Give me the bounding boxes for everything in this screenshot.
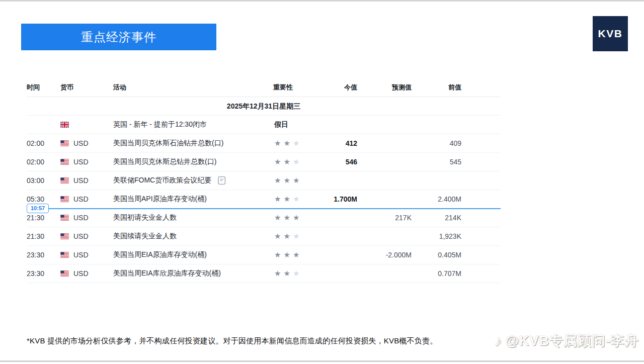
us-flag-icon — [60, 270, 69, 277]
activity-label: 美国当周贝克休斯总钻井总数(口) — [113, 157, 216, 166]
column-header-forecast: 预测值 — [357, 83, 412, 92]
activity-label: 美国当周EIA原油库存变动(桶) — [113, 250, 207, 259]
page-bottom-border — [0, 360, 644, 362]
star-icon: ★ — [283, 176, 290, 185]
event-time: 21:30 — [27, 214, 60, 222]
event-importance: ★★★ — [273, 139, 308, 148]
table-row[interactable]: 23:30USD美国当周EIA库欣原油库存变动(桶)★★★0.707M — [27, 264, 501, 283]
meeting-minutes-document-icon[interactable] — [218, 176, 226, 185]
current-time-badge: 10:57 — [27, 204, 49, 213]
star-icon: ★ — [293, 176, 299, 185]
star-icon: ★ — [274, 250, 281, 259]
star-icon: ★ — [293, 250, 299, 259]
star-icon: ★ — [283, 157, 290, 166]
star-icon: ★ — [293, 195, 299, 203]
activity-label: 美国初请失业金人数 — [113, 213, 177, 222]
star-icon: ★ — [274, 157, 281, 166]
star-icon: ★ — [283, 269, 290, 278]
star-icon: ★ — [283, 213, 290, 222]
event-activity: 美国续请失业金人数 — [113, 232, 273, 241]
music-note-logo-icon: ♪ — [494, 332, 504, 349]
star-icon: ★ — [274, 195, 281, 203]
star-icon: ★ — [274, 232, 281, 240]
column-header-activity: 活动 — [113, 83, 273, 92]
uk-flag-icon — [60, 122, 69, 128]
event-activity: 英国 - 新年 - 提前于12:30闭市 — [113, 120, 273, 129]
currency-code: USD — [73, 158, 89, 166]
event-activity: 美国当周API原油库存变动(桶) — [113, 195, 273, 204]
date-group-header: 2025年12月31日星期三 — [27, 97, 501, 116]
event-time: 02:00 — [27, 158, 60, 166]
event-importance: ★★★ — [273, 195, 308, 204]
event-time: 05:30 — [27, 195, 60, 203]
event-importance: ★★★ — [273, 176, 308, 185]
event-time: 21:30 — [27, 232, 60, 240]
us-flag-icon — [60, 233, 69, 239]
us-flag-icon — [60, 140, 69, 146]
currency-code: USD — [73, 269, 89, 278]
star-icon: ★ — [283, 139, 290, 147]
us-flag-icon — [60, 177, 69, 184]
event-activity: 美国当周贝克休斯总钻井总数(口) — [113, 157, 273, 166]
star-icon: ★ — [274, 176, 281, 185]
page-top-border — [0, 0, 644, 2]
event-time: 23:30 — [27, 269, 60, 278]
watermark: ♪ @KVB专属顾问-李舟 — [495, 332, 639, 350]
event-importance: ★★★ — [273, 213, 308, 222]
event-importance: 假日 — [273, 120, 308, 129]
event-actual-value: 546 — [308, 158, 357, 166]
table-row[interactable]: 03:00USD美联储FOMC货币政策会议纪要★★★ — [27, 171, 501, 190]
us-flag-icon — [60, 252, 69, 258]
event-forecast-value: -2.000M — [357, 251, 412, 259]
activity-label: 美国当周API原油库存变动(桶) — [113, 195, 207, 204]
table-row[interactable]: 02:00USD美国当周贝克休斯石油钻井总数(口)★★★412409 — [27, 134, 501, 153]
event-previous-value: 409 — [412, 139, 461, 147]
event-previous-value: 2.400M — [412, 195, 461, 203]
currency-code: USD — [73, 214, 89, 222]
column-header-importance: 重要性 — [273, 83, 308, 92]
star-icon: ★ — [293, 232, 299, 240]
disclaimer-text: *KVB 提供的市场分析仅供参考，并不构成任何投资建议。对于因使用本新闻信息而造… — [27, 336, 479, 346]
star-icon: ★ — [283, 195, 290, 203]
table-row[interactable]: 05:30USD美国当周API原油库存变动(桶)★★★1.700M2.400M — [27, 190, 501, 209]
table-row[interactable]: 21:30USD美国续请失业金人数★★★1,923K — [27, 227, 501, 246]
holiday-label: 假日 — [274, 120, 288, 128]
star-icon: ★ — [283, 232, 290, 240]
column-header-currency: 货币 — [60, 83, 113, 92]
event-currency — [60, 122, 113, 128]
currency-code: USD — [73, 139, 89, 147]
event-previous-value: 1,923K — [412, 232, 461, 240]
event-activity: 美国初请失业金人数 — [113, 213, 273, 222]
event-actual-value: 412 — [308, 139, 357, 147]
event-activity: 美联储FOMC货币政策会议纪要 — [113, 176, 273, 185]
table-row[interactable]: 21:30USD美国初请失业金人数★★★217K214K — [27, 209, 501, 227]
event-currency: USD — [60, 139, 113, 147]
table-row[interactable]: 23:30USD美国当周EIA原油库存变动(桶)★★★-2.000M0.405M — [27, 246, 501, 264]
us-flag-icon — [60, 196, 69, 202]
table-row[interactable]: 英国 - 新年 - 提前于12:30闭市假日 — [27, 116, 501, 134]
star-icon: ★ — [274, 213, 281, 222]
currency-code: USD — [73, 195, 89, 203]
star-icon: ★ — [283, 250, 290, 259]
event-previous-value: 214K — [412, 214, 461, 222]
star-icon: ★ — [293, 157, 299, 166]
event-time: 03:00 — [27, 176, 60, 185]
event-activity: 美国当周贝克休斯石油钻井总数(口) — [113, 139, 273, 148]
activity-label: 美国续请失业金人数 — [113, 232, 177, 241]
event-activity: 美国当周EIA原油库存变动(桶) — [113, 250, 273, 259]
event-forecast-value: 217K — [357, 214, 412, 222]
event-currency: USD — [60, 269, 113, 278]
event-activity: 美国当周EIA库欣原油库存变动(桶) — [113, 269, 273, 278]
star-icon: ★ — [293, 269, 299, 278]
current-time-line — [27, 208, 501, 209]
key-economic-events-button[interactable]: 重点经济事件 — [21, 24, 216, 50]
event-importance: ★★★ — [273, 250, 308, 259]
column-header-previous: 前值 — [412, 83, 461, 92]
currency-code: USD — [73, 232, 89, 240]
column-header-time: 时间 — [27, 83, 60, 92]
us-flag-icon — [60, 215, 69, 221]
activity-label: 美联储FOMC货币政策会议纪要 — [113, 176, 211, 185]
activity-label: 美国当周贝克休斯石油钻井总数(口) — [113, 139, 223, 148]
table-row[interactable]: 02:00USD美国当周贝克休斯总钻井总数(口)★★★546545 — [27, 153, 501, 171]
kvb-logo: KVB — [593, 16, 628, 51]
